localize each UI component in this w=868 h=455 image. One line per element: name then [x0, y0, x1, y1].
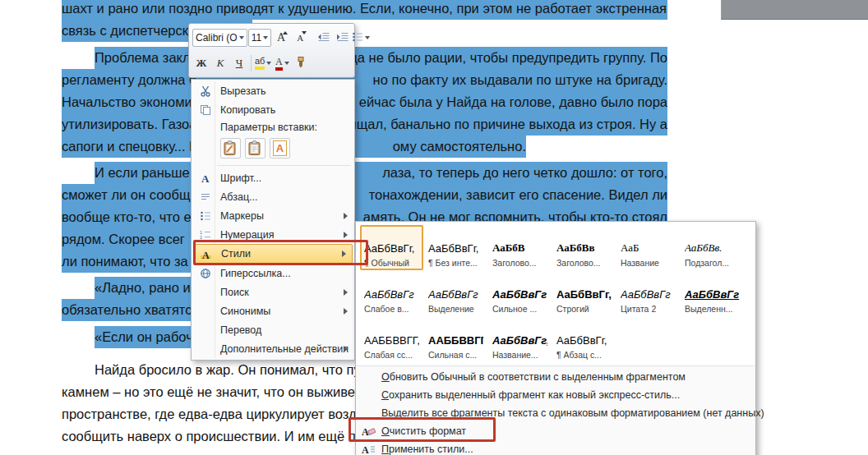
menu-item-copy[interactable]: Копировать: [192, 100, 353, 119]
document-line[interactable]: ейчас была у Найда на голове, давно было…: [0, 91, 868, 113]
document-line-text: камнем – но это ещё не значит, что он вы…: [62, 381, 361, 403]
hyperlink-icon: [197, 266, 213, 281]
font-color-button[interactable]: А: [273, 54, 291, 72]
action-update-normal[interactable]: Обновить Обычный в соответствии с выделе…: [356, 368, 755, 386]
chevron-right-icon: [342, 250, 346, 257]
action-save-quick-style[interactable]: Сохранить выделенный фрагмент как новый …: [356, 386, 755, 404]
mini-toolbar: Calibri (О 11 А А: [188, 23, 355, 78]
action-item-label: Применить стили...: [381, 444, 473, 455]
document-line-text: И если раньше: [95, 162, 190, 184]
document-line-text: «Ладно, рано и: [95, 277, 191, 299]
style-name: Название...: [492, 350, 547, 361]
menu-item-search[interactable]: Поиск: [192, 283, 353, 301]
increase-indent-button[interactable]: [333, 29, 351, 47]
outside-page-area: [721, 0, 868, 20]
font-name-select[interactable]: Calibri (О: [192, 29, 247, 47]
font-size-select[interactable]: 11: [248, 29, 271, 47]
menu-item-translate[interactable]: Перевод: [192, 320, 353, 339]
style-cell-heading2[interactable]: АаБбВвЗаголово...: [552, 225, 616, 270]
menu-item-styles[interactable]: АСтили: [193, 244, 353, 264]
style-cell-strong[interactable]: АаБбВвГг,Строгий: [552, 271, 616, 316]
style-cell-intense-reference[interactable]: ААББВВГГ,Сильная с...: [424, 317, 487, 362]
action-item-label: Выделить все фрагменты текста с одинаков…: [381, 407, 764, 419]
styles-icon: А: [198, 246, 214, 261]
action-apply-styles[interactable]: АПрименить стили...: [356, 440, 755, 455]
document-line-text: «Если он рабоч: [95, 326, 193, 348]
menu-item-numbering[interactable]: 12Нумерация: [192, 225, 353, 244]
bullets-icon: [352, 31, 363, 45]
menu-item-label: Абзац...: [220, 191, 257, 203]
bullets-button[interactable]: [352, 29, 370, 47]
font-icon: А: [197, 171, 213, 186]
style-cell-emphasis[interactable]: АаБбВвГгВыделение: [424, 271, 487, 316]
document-line-text: обязательно хватятся: [62, 299, 199, 321]
document-line[interactable]: тонахождении, зависит его спасение. Виде…: [0, 184, 868, 206]
shrink-font-button[interactable]: А: [291, 29, 309, 47]
style-cell-book-title[interactable]: АаБбВвГг,Название...: [488, 317, 552, 362]
format-painter-button[interactable]: [292, 54, 310, 72]
style-cell-quote2[interactable]: АаБбВвГгЦитата 2: [616, 271, 680, 316]
style-preview: ААББВВГГ,: [364, 320, 419, 350]
styles-gallery: АаБбВвГг,¶ ОбычныйАаБбВвГг,¶ Без инте...…: [356, 222, 755, 366]
menu-item-label: Дополнительные действия: [220, 343, 349, 355]
document-line[interactable]: да не было рации, чтобы предупредить гру…: [0, 47, 868, 69]
menu-item-label: Нумерация: [220, 229, 275, 241]
style-cell-subtitle[interactable]: АаБбВв.Подзагол...: [681, 225, 744, 270]
menu-separator: [217, 165, 351, 166]
menu-item-cut[interactable]: Вырезать: [192, 81, 353, 100]
context-menu: ВырезатьКопироватьПараметры вставки:ААШр…: [191, 79, 355, 361]
style-preview: АаБбВвГг,: [556, 320, 612, 350]
chevron-right-icon: [344, 213, 348, 219]
style-name: ¶ Обычный: [364, 258, 419, 269]
svg-text:А: А: [362, 444, 369, 455]
style-cell-subtle-reference[interactable]: ААББВВГГ,Слабая сс...: [360, 317, 423, 362]
menu-item-bullets[interactable]: Маркеры: [192, 206, 353, 225]
menu-item-synonyms[interactable]: Синонимы: [192, 301, 353, 320]
paste-text-only-button[interactable]: А: [270, 138, 290, 159]
style-name: Слабое в...: [364, 304, 419, 315]
menu-item-font[interactable]: АШрифт...: [192, 168, 353, 187]
document-line-text: сапоги и спецовку... И: [62, 136, 199, 158]
bold-button[interactable]: Ж: [192, 54, 210, 72]
grow-font-button[interactable]: А: [272, 29, 290, 47]
paragraph-icon: [197, 190, 213, 205]
style-cell-subtle-emphasis[interactable]: АаБбВвГгСлабое в...: [360, 271, 423, 316]
document-line[interactable]: ому самостоятельно.сапоги и спецовку... …: [0, 136, 868, 158]
style-preview: АаБбВвГг: [428, 274, 483, 304]
action-select-same-formatting[interactable]: Выделить все фрагменты текста с одинаков…: [356, 404, 755, 422]
triangle-down-icon: [302, 31, 307, 34]
document-line[interactable]: связь с диспетчерской...: [0, 20, 868, 42]
italic-button[interactable]: К: [211, 54, 229, 72]
apply-styles-icon: А: [361, 442, 376, 455]
highlight-color-button[interactable]: аб: [254, 54, 272, 72]
action-item-label: Обновить Обычный в соответствии с выделе…: [381, 371, 686, 383]
menu-item-additional-actions[interactable]: Дополнительные действия: [192, 339, 353, 358]
numbering-icon: 12: [197, 228, 213, 242]
document-line[interactable]: лаза, то теперь до него четко дошло: от …: [0, 162, 868, 184]
style-cell-intense-emphasis[interactable]: АаБбВвГгСильное ...: [488, 271, 552, 316]
style-cell-heading1[interactable]: АаБбВЗаголово...: [488, 225, 552, 270]
document-line-text: Проблема закл: [95, 47, 191, 69]
document-line[interactable]: но по факту их выдавали по штуке на бриг…: [0, 69, 868, 91]
style-cell-intense-quote[interactable]: АаБбВвГгВыделенн...: [681, 271, 744, 316]
styles-actions: Обновить Обычный в соответствии с выделе…: [356, 366, 755, 455]
style-cell-no-spacing[interactable]: АаБбВвГг,¶ Без инте...: [424, 225, 487, 270]
menu-item-paragraph[interactable]: Абзац...: [192, 187, 353, 206]
document-line-text: регламенту должна б: [62, 69, 196, 91]
style-cell-list-paragraph[interactable]: АаБбВвГг,¶ Абзац с...: [552, 317, 616, 362]
menu-item-label: Маркеры: [220, 210, 264, 222]
paste-text-only-icon: А: [273, 140, 287, 156]
style-cell-normal[interactable]: АаБбВвГг,¶ Обычный: [360, 225, 423, 270]
paste-keep-formatting-button[interactable]: [220, 138, 241, 159]
document-line[interactable]: ищал, банально по причине выхода из стро…: [0, 113, 868, 136]
menu-item-hyperlink[interactable]: Гиперссылка...: [192, 264, 353, 283]
style-name: Сильная с...: [428, 350, 483, 361]
paste-merge-formatting-button[interactable]: [245, 138, 265, 159]
style-cell-title[interactable]: АаБНазвание: [616, 225, 680, 270]
mini-toolbar-row-1: Calibri (О 11 А А: [192, 26, 351, 49]
decrease-indent-button[interactable]: [314, 29, 332, 47]
bullets-icon: [197, 209, 213, 223]
underline-button[interactable]: Ч: [230, 54, 248, 72]
style-name: Подзагол...: [685, 258, 740, 269]
action-clear-format[interactable]: АОчистить формат: [356, 422, 755, 440]
